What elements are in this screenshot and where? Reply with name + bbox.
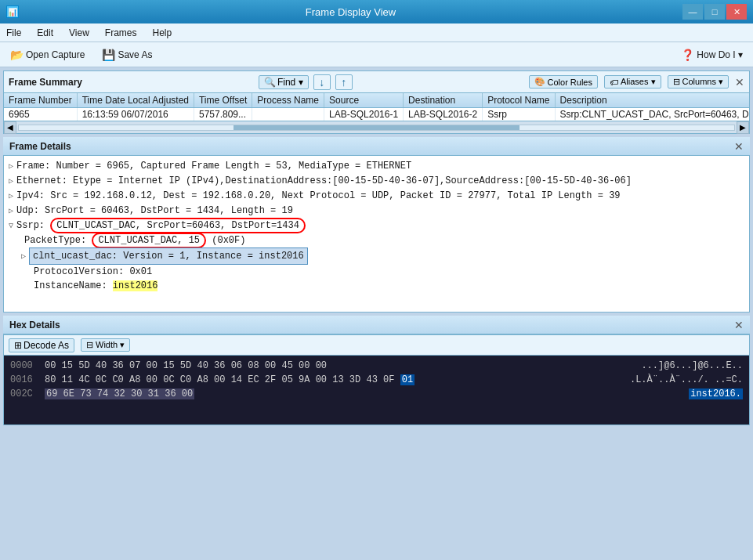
summary-toolbar-center: 🔍 Find ▾ ↓ ↑ (259, 74, 353, 90)
how-do-i-button[interactable]: ❓ How Do I ▾ (675, 46, 748, 63)
open-capture-label: Open Capture (26, 49, 85, 60)
close-button[interactable]: ✕ (726, 4, 747, 20)
detail-line-5: ▽ Ssrp: CLNT_UCAST_DAC, SrcPort=60463, D… (9, 219, 744, 233)
toolbar-right: ❓ How Do I ▾ (675, 46, 748, 63)
hex-bytes-3: 69 6E 73 74 32 30 31 36 00 (45, 387, 682, 401)
col-time-offset[interactable]: Time Offset (194, 93, 252, 108)
cell-process-name (252, 108, 324, 121)
col-frame-number[interactable]: Frame Number (4, 93, 77, 108)
summary-toolbar: Frame Summary 🔍 Find ▾ ↓ ↑ 🎨 Color Rules… (3, 70, 750, 92)
expand-icon-5[interactable]: ▽ (9, 219, 13, 233)
frame-summary-table: Frame Number Time Date Local Adjusted Ti… (4, 93, 750, 121)
expand-icon-2[interactable]: ▷ (9, 175, 13, 189)
table-body: 6965 16:13:59 06/07/2016 5757.809... LAB… (4, 108, 750, 121)
detail-line-9: InstanceName: inst2016 (9, 279, 744, 293)
expand-icon-4[interactable]: ▷ (9, 204, 13, 219)
detail-text-6: PacketType: CLNT_UCAST_DAC, 15 (0x0F) (24, 233, 245, 247)
menu-bar: File Edit View Frames Help (0, 23, 753, 42)
decode-as-button[interactable]: ⊞ Decode As (9, 338, 74, 352)
cell-destination: LAB-SQL2016-2 (404, 108, 483, 121)
detail-line-1: ▷ Frame: Number = 6965, Captured Frame L… (9, 159, 744, 174)
columns-button[interactable]: ⊟ Columns ▾ (668, 75, 729, 89)
expand-icon-3[interactable]: ▷ (9, 190, 13, 204)
col-destination[interactable]: Destination (404, 93, 483, 108)
decode-icon: ⊞ (14, 340, 22, 351)
detail-text-1: Frame: Number = 6965, Captured Frame Len… (16, 159, 411, 173)
cell-protocol-name: Ssrp (483, 108, 555, 121)
open-capture-button[interactable]: 📂 Open Capture (5, 46, 90, 63)
hex-details-close-button[interactable]: ✕ (734, 319, 744, 331)
width-button[interactable]: ⊟ Width ▾ (81, 338, 130, 352)
detail-line-2: ▷ Ethernet: Etype = Internet IP (IPv4),D… (9, 174, 744, 189)
frame-details-content: ▷ Frame: Number = 6965, Captured Frame L… (3, 156, 750, 313)
save-as-icon: 💾 (102, 49, 114, 61)
detail-text-5: Ssrp: CLNT_UCAST_DAC, SrcPort=60463, Dst… (16, 219, 306, 233)
hex-ascii-1: ...]@6...]@6...E.. (641, 359, 743, 373)
col-time-date[interactable]: Time Date Local Adjusted (77, 93, 194, 108)
red-circle-1: CLNT_UCAST_DAC, SrcPort=60463, DstPort=1… (50, 218, 306, 233)
menu-frames[interactable]: Frames (102, 26, 140, 40)
width-label: Width ▾ (96, 340, 125, 350)
hex-details-header: Hex Details ✕ (3, 316, 750, 334)
minimize-button[interactable]: — (682, 4, 703, 20)
hex-details-title: Hex Details (9, 320, 60, 331)
toolbar-left: 📂 Open Capture 💾 Save As (5, 46, 157, 63)
cell-time-offset: 5757.809... (194, 108, 252, 121)
menu-file[interactable]: File (3, 26, 24, 40)
frame-details-title: Frame Details (9, 141, 71, 152)
clnt-ucast-row: clnt_ucast_dac: Version = 1, Instance = … (29, 247, 308, 265)
col-source[interactable]: Source (324, 93, 404, 108)
main-toolbar: 📂 Open Capture 💾 Save As ❓ How Do I ▾ (0, 42, 753, 67)
expand-icon-1[interactable]: ▷ (9, 160, 13, 174)
expand-icon-7[interactable]: ▷ (21, 250, 26, 264)
hex-line-2: 0016 80 11 4C 0C C0 A8 00 0C C0 A8 00 14… (10, 373, 743, 387)
app-icon: 📊 (6, 5, 19, 18)
color-rules-button[interactable]: 🎨 Color Rules (529, 75, 598, 89)
summary-toolbar-right: 🎨 Color Rules 🏷 Aliases ▾ ⊟ Columns ▾ ✕ (529, 75, 744, 89)
hex-bytes-2: 80 11 4C 0C C0 A8 00 0C C0 A8 00 14 EC 2… (45, 373, 618, 387)
columns-icon: ⊟ (673, 77, 680, 87)
horizontal-scrollbar[interactable]: ◀ ▶ (3, 121, 750, 134)
arrow-up-button[interactable]: ↑ (335, 74, 353, 90)
save-as-button[interactable]: 💾 Save As (96, 46, 157, 63)
open-capture-icon: 📂 (10, 49, 23, 61)
hex-offset-2: 0016 (10, 373, 38, 387)
hex-highlight-01: 01 (400, 374, 415, 385)
table-header: Frame Number Time Date Local Adjusted Ti… (4, 93, 750, 108)
table-row[interactable]: 6965 16:13:59 06/07/2016 5757.809... LAB… (4, 108, 750, 121)
instance-name-highlight: inst2016 (113, 280, 158, 291)
scroll-left-button[interactable]: ◀ (4, 121, 16, 134)
width-icon: ⊟ (86, 340, 93, 350)
save-as-label: Save As (118, 49, 152, 60)
window-title: Frame Display View (19, 6, 682, 18)
find-button[interactable]: 🔍 Find ▾ (259, 75, 309, 89)
detail-line-7[interactable]: ▷ clnt_ucast_dac: Version = 1, Instance … (9, 247, 744, 265)
col-description[interactable]: Description (555, 93, 750, 108)
detail-line-6: PacketType: CLNT_UCAST_DAC, 15 (0x0F) (9, 233, 744, 247)
frame-details-panel: Frame Details ✕ ▷ Frame: Number = 6965, … (3, 137, 750, 313)
arrow-down-button[interactable]: ↓ (313, 74, 331, 90)
maximize-button[interactable]: □ (704, 4, 725, 20)
detail-line-8: ProtocolVersion: 0x01 (9, 265, 744, 279)
frame-details-close-button[interactable]: ✕ (734, 140, 744, 153)
aliases-button[interactable]: 🏷 Aliases ▾ (604, 75, 661, 89)
menu-help[interactable]: Help (150, 26, 176, 40)
menu-edit[interactable]: Edit (34, 26, 56, 40)
scroll-right-button[interactable]: ▶ (737, 121, 749, 134)
col-protocol-name[interactable]: Protocol Name (483, 93, 555, 108)
scroll-track[interactable] (18, 125, 735, 131)
detail-line-4: ▷ Udp: SrcPort = 60463, DstPort = 1434, … (9, 204, 744, 219)
col-process-name[interactable]: Process Name (252, 93, 324, 108)
detail-text-3: Ipv4: Src = 192.168.0.12, Dest = 192.168… (16, 189, 621, 203)
find-label: Find ▾ (277, 77, 303, 88)
frame-summary-close-button[interactable]: ✕ (735, 76, 744, 89)
menu-view[interactable]: View (66, 26, 92, 40)
hex-ascii-selected: inst2016. (689, 388, 743, 399)
title-bar: 📊 Frame Display View — □ ✕ (0, 0, 753, 23)
color-rules-icon: 🎨 (534, 77, 545, 87)
scroll-thumb[interactable] (234, 125, 519, 130)
cell-source: LAB-SQL2016-1 (324, 108, 404, 121)
color-rules-label: Color Rules (548, 78, 592, 87)
hex-bytes-selected: 69 6E 73 74 32 30 31 36 00 (45, 388, 194, 399)
detail-text-4: Udp: SrcPort = 60463, DstPort = 1434, Le… (16, 204, 293, 218)
